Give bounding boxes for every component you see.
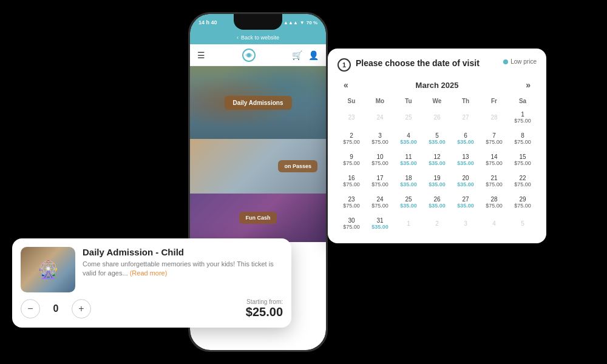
- cal-date-number: 27: [462, 114, 469, 121]
- fun-cash-button[interactable]: Fun Cash: [239, 212, 276, 224]
- cal-price: $75.00: [371, 181, 388, 187]
- calendar-day[interactable]: 21$75.00: [480, 170, 508, 191]
- day-header: Mo: [366, 96, 394, 106]
- cart-icon[interactable]: 🛒: [292, 50, 302, 60]
- ticket-desc-text: Come share unforgettable memories with y…: [83, 260, 274, 277]
- ticket-image-inner: 🎡: [21, 247, 75, 292]
- calendar-card: 1 Please choose the date of visit Low pr…: [328, 49, 546, 243]
- cal-date-number: 30: [348, 217, 354, 224]
- cal-date-number: 27: [462, 196, 469, 203]
- signal-icon: ▲▲▲: [283, 20, 298, 25]
- calendar-day[interactable]: 1$75.00: [509, 107, 537, 127]
- menu-icon[interactable]: ☰: [197, 50, 205, 60]
- ticket-title: Daily Admission - Child: [83, 247, 283, 257]
- back-bar[interactable]: ‹ Back to website: [190, 31, 326, 44]
- cal-date-number: 17: [376, 175, 383, 181]
- day-header: Sa: [509, 96, 537, 106]
- calendar-day[interactable]: 5$35.00: [423, 128, 451, 149]
- calendar-day[interactable]: 15$75.00: [509, 149, 537, 170]
- day-header: Fr: [480, 96, 508, 106]
- calendar-day[interactable]: 18$35.00: [395, 170, 422, 191]
- cal-date-number: 19: [433, 175, 440, 181]
- calendar-day: 25: [395, 107, 422, 127]
- profile-icon[interactable]: 👤: [308, 50, 319, 60]
- cal-price: $75.00: [343, 160, 360, 166]
- cal-price: $75.00: [514, 203, 531, 209]
- calendar-day[interactable]: 30$75.00: [337, 213, 365, 234]
- prev-month-button[interactable]: «: [340, 79, 352, 91]
- svg-point-1: [247, 53, 251, 57]
- cal-date-number: 18: [405, 175, 412, 181]
- cal-price: $35.00: [371, 224, 388, 230]
- calendar-day[interactable]: 14$75.00: [480, 149, 508, 170]
- cal-date-number: 25: [405, 114, 412, 121]
- calendar-day[interactable]: 9$75.00: [337, 149, 365, 170]
- legend-dot-icon: [503, 59, 508, 64]
- increase-quantity-button[interactable]: +: [72, 299, 91, 318]
- calendar-day[interactable]: 22$75.00: [509, 170, 537, 191]
- cal-date-number: 20: [462, 175, 469, 181]
- cal-price: $35.00: [400, 203, 417, 209]
- cal-price: $75.00: [486, 203, 503, 209]
- calendar-day[interactable]: 28$75.00: [480, 192, 508, 212]
- calendar-day[interactable]: 29$75.00: [509, 192, 537, 212]
- calendar-day: 24: [366, 107, 394, 127]
- cal-date-number: 4: [407, 132, 410, 139]
- cal-price: $35.00: [457, 160, 474, 166]
- calendar-day[interactable]: 10$75.00: [366, 149, 394, 170]
- calendar-day[interactable]: 3$75.00: [366, 128, 394, 149]
- calendar-day[interactable]: 16$75.00: [337, 170, 365, 191]
- calendar-day[interactable]: 24$75.00: [366, 192, 394, 212]
- passes-section: on Passes: [190, 139, 326, 194]
- cal-price: $35.00: [457, 203, 474, 209]
- ticket-image: 🎡: [21, 247, 75, 292]
- cal-date-number: 23: [348, 196, 354, 203]
- cal-price: $35.00: [429, 139, 446, 145]
- cal-date-number: 24: [376, 196, 383, 203]
- cal-price: $75.00: [486, 181, 503, 187]
- calendar-day[interactable]: 26$35.00: [423, 192, 451, 212]
- calendar-day[interactable]: 4$35.00: [395, 128, 422, 149]
- calendar-day[interactable]: 6$35.00: [452, 128, 480, 149]
- status-time: 14 h 40: [198, 19, 217, 25]
- calendar-day[interactable]: 7$75.00: [480, 128, 508, 149]
- ticket-price: $25.00: [246, 305, 283, 318]
- cal-price: $75.00: [343, 181, 360, 187]
- calendar-day[interactable]: 2$75.00: [337, 128, 365, 149]
- calendar-day[interactable]: 23$75.00: [337, 192, 365, 212]
- read-more-link[interactable]: (Read more): [130, 269, 168, 277]
- calendar-day[interactable]: 12$35.00: [423, 149, 451, 170]
- cal-date-number: 13: [462, 153, 469, 160]
- cal-price: $35.00: [429, 203, 446, 209]
- cal-date-number: 29: [519, 196, 526, 203]
- cal-price: $35.00: [457, 181, 474, 187]
- nav-bar: ☰ 🛒 👤: [190, 44, 326, 66]
- cal-date-number: 31: [376, 217, 383, 224]
- starting-from-label: Starting from:: [246, 298, 283, 305]
- cal-date-number: 4: [492, 220, 496, 227]
- calendar-grid: SuMoTuWeThFrSa2324252627281$75.002$75.00…: [337, 96, 537, 234]
- cal-date-number: 16: [348, 175, 354, 181]
- calendar-day[interactable]: 8$75.00: [509, 128, 537, 149]
- daily-admissions-button[interactable]: Daily Admissions: [225, 96, 292, 110]
- season-passes-button[interactable]: on Passes: [278, 160, 317, 172]
- cal-date-number: 22: [519, 175, 526, 181]
- decrease-quantity-button[interactable]: −: [21, 299, 40, 318]
- cal-date-number: 25: [405, 196, 412, 203]
- calendar-day[interactable]: 27$35.00: [452, 192, 480, 212]
- calendar-day: 3: [452, 213, 480, 234]
- calendar-day[interactable]: 13$35.00: [452, 149, 480, 170]
- calendar-day[interactable]: 19$35.00: [423, 170, 451, 191]
- cal-price: $75.00: [514, 139, 531, 145]
- next-month-button[interactable]: »: [522, 79, 534, 91]
- calendar-day: 28: [480, 107, 508, 127]
- calendar-day: 26: [423, 107, 451, 127]
- calendar-day[interactable]: 20$35.00: [452, 170, 480, 191]
- calendar-day[interactable]: 17$75.00: [366, 170, 394, 191]
- calendar-day[interactable]: 25$35.00: [395, 192, 422, 212]
- calendar-day[interactable]: 31$35.00: [366, 213, 394, 234]
- calendar-day[interactable]: 11$35.00: [395, 149, 422, 170]
- hero-section: Daily Admissions: [190, 66, 326, 139]
- cal-date-number: 5: [521, 220, 524, 227]
- cal-price: $35.00: [457, 139, 474, 145]
